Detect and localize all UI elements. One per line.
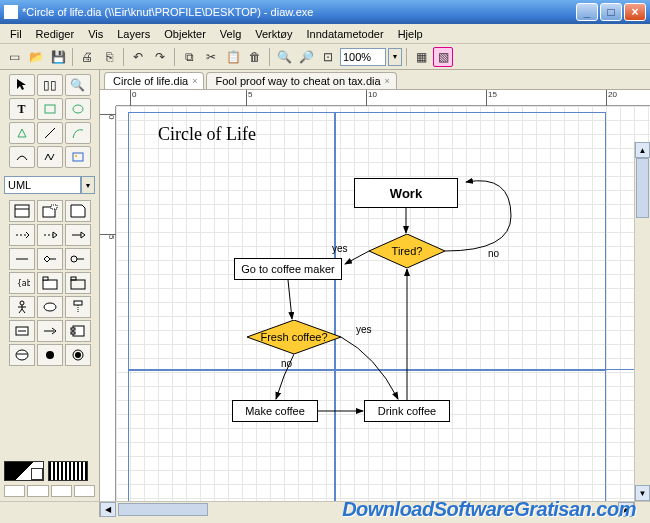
scroll-thumb[interactable]: [636, 158, 649, 218]
menu-tools[interactable]: Verktøy: [249, 26, 298, 42]
undo-icon: ↶: [133, 50, 143, 64]
line-style-selector[interactable]: [27, 485, 48, 497]
color-button[interactable]: ▧: [433, 47, 453, 67]
svg-point-37: [46, 351, 54, 359]
scroll-up-icon[interactable]: ▲: [635, 142, 650, 158]
line-width-selector[interactable]: [4, 485, 25, 497]
watermark-text: DownloadSoftwareGratisan.com: [342, 498, 636, 521]
vertical-scrollbar[interactable]: ▲ ▼: [634, 142, 650, 501]
tab-fool-proof[interactable]: Fool proof way to cheat on tax.dia ×: [206, 72, 396, 89]
paste-button[interactable]: 📋: [223, 47, 243, 67]
pointer-tool[interactable]: [9, 74, 35, 96]
menu-file[interactable]: Fil: [4, 26, 28, 42]
arc-tool[interactable]: [9, 146, 35, 168]
diagram-title[interactable]: Circle of Life: [158, 124, 256, 145]
zoom-input[interactable]: 100%: [340, 48, 386, 66]
printer-icon: 🖨: [81, 50, 93, 64]
menu-input[interactable]: Inndatametoder: [301, 26, 390, 42]
shape-category-dropdown[interactable]: UML ▼: [4, 176, 95, 194]
shape-constraint[interactable]: {ab}: [9, 272, 35, 294]
undo-button[interactable]: ↶: [128, 47, 148, 67]
window-title: *Circle of life.dia (\\Eir\knut\PROFILE\…: [22, 6, 576, 18]
redo-button[interactable]: ↷: [150, 47, 170, 67]
tab-close-icon[interactable]: ×: [192, 76, 197, 86]
bezier-tool[interactable]: [65, 122, 91, 144]
svg-rect-27: [74, 301, 82, 305]
line-tool[interactable]: [37, 122, 63, 144]
node-fresh-coffee[interactable]: Fresh coffee?: [247, 320, 341, 354]
tab-close-icon[interactable]: ×: [385, 76, 390, 86]
text-tool[interactable]: T: [9, 98, 35, 120]
shape-aggregation[interactable]: [37, 248, 63, 270]
shape-implements[interactable]: [65, 248, 91, 270]
shape-large-package[interactable]: [65, 272, 91, 294]
diagram-canvas[interactable]: Circle of Life Work Tired? Go to coffee …: [116, 106, 650, 501]
menu-objects[interactable]: Objekter: [158, 26, 212, 42]
arrow-end-selector[interactable]: [74, 485, 95, 497]
menu-select[interactable]: Velg: [214, 26, 247, 42]
zoom-fit-icon: ⊡: [323, 50, 333, 64]
scroll-tool[interactable]: ▯▯: [37, 74, 63, 96]
zoom-out-button[interactable]: 🔎: [296, 47, 316, 67]
shape-usecase[interactable]: [37, 296, 63, 318]
shape-realizes[interactable]: [37, 224, 63, 246]
menu-view[interactable]: Vis: [82, 26, 109, 42]
open-button[interactable]: 📂: [26, 47, 46, 67]
ellipse-tool[interactable]: [65, 98, 91, 120]
menu-layers[interactable]: Layers: [111, 26, 156, 42]
scroll-thumb-h[interactable]: [118, 503, 208, 516]
shape-lifeline[interactable]: [65, 296, 91, 318]
shape-end-state[interactable]: [65, 344, 91, 366]
app-icon: [4, 5, 18, 19]
svg-line-25: [22, 309, 25, 313]
svg-rect-0: [45, 105, 55, 113]
polygon-tool[interactable]: [9, 122, 35, 144]
shape-initial-state[interactable]: [37, 344, 63, 366]
node-make-coffee[interactable]: Make coffee: [232, 400, 318, 422]
shape-object[interactable]: [9, 320, 35, 342]
shape-dependency[interactable]: [9, 224, 35, 246]
save-button[interactable]: 💾: [48, 47, 68, 67]
line-pattern[interactable]: [48, 461, 88, 481]
page-icon: ▭: [9, 50, 20, 64]
snap-button[interactable]: ▦: [411, 47, 431, 67]
node-goto-coffee-maker[interactable]: Go to coffee maker: [234, 258, 342, 280]
scroll-left-icon[interactable]: ◀: [100, 502, 116, 517]
arrow-start-selector[interactable]: [51, 485, 72, 497]
shape-state[interactable]: [9, 344, 35, 366]
node-drink-coffee[interactable]: Drink coffee: [364, 400, 450, 422]
menu-help[interactable]: Hjelp: [392, 26, 429, 42]
zigzag-tool[interactable]: [37, 146, 63, 168]
shape-template-class[interactable]: [37, 200, 63, 222]
image-tool[interactable]: [65, 146, 91, 168]
new-button[interactable]: ▭: [4, 47, 24, 67]
print-button[interactable]: 🖨: [77, 47, 97, 67]
fg-bg-color[interactable]: [4, 461, 44, 481]
export-button[interactable]: ⎘: [99, 47, 119, 67]
window-maximize-button[interactable]: □: [600, 3, 622, 21]
shape-small-package[interactable]: [37, 272, 63, 294]
node-work[interactable]: Work: [354, 178, 458, 208]
shape-component[interactable]: [65, 320, 91, 342]
shape-actor[interactable]: [9, 296, 35, 318]
shape-message[interactable]: [37, 320, 63, 342]
delete-button[interactable]: 🗑: [245, 47, 265, 67]
shape-note[interactable]: [65, 200, 91, 222]
tool-panel: ▯▯ 🔍 T UML ▼ {ab}: [0, 70, 100, 501]
zoom-dropdown[interactable]: ▼: [388, 48, 402, 66]
tab-circle-of-life[interactable]: Circle of life.dia ×: [104, 72, 204, 89]
menu-edit[interactable]: Rediger: [30, 26, 81, 42]
copy-button[interactable]: ⧉: [179, 47, 199, 67]
box-tool[interactable]: [37, 98, 63, 120]
shape-association[interactable]: [9, 248, 35, 270]
node-tired[interactable]: Tired?: [369, 234, 445, 268]
shape-generalization[interactable]: [65, 224, 91, 246]
window-close-button[interactable]: ×: [624, 3, 646, 21]
zoom-tool[interactable]: 🔍: [65, 74, 91, 96]
window-minimize-button[interactable]: _: [576, 3, 598, 21]
shape-class[interactable]: [9, 200, 35, 222]
cut-button[interactable]: ✂: [201, 47, 221, 67]
zoom-in-button[interactable]: 🔍: [274, 47, 294, 67]
zoom-fit-button[interactable]: ⊡: [318, 47, 338, 67]
scroll-down-icon[interactable]: ▼: [635, 485, 650, 501]
